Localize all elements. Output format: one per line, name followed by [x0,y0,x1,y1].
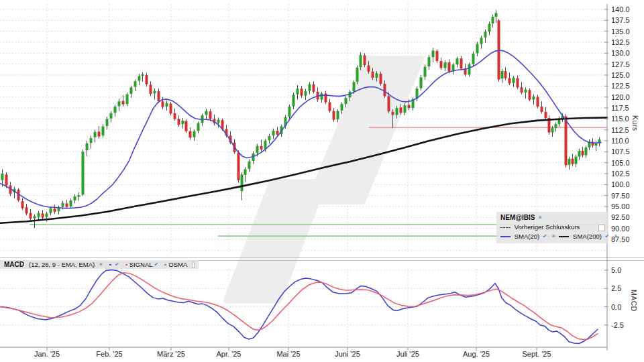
price-tick-label: 112.5 [611,126,629,134]
stock-chart-widget: { "axes": {"price_axis_title": "Kurs", "… [0,0,644,362]
price-tick-label: 130.0 [611,49,630,57]
price-tick-label: 127.5 [611,60,630,68]
price-tick-label: 117.5 [611,104,629,112]
price-chart-legend: NEM@IBIS ✳ Vorheriger Schlusskurs SMA(20… [496,212,608,243]
prev-close-label: Vorheriger Schlusskurs [515,223,580,231]
settings-icon[interactable]: ✳ [538,215,543,221]
gridlines [0,4,607,347]
sma20-line-sample [500,236,511,237]
month-tick-label: Mai '25 [276,350,300,358]
sma20-settings-icon[interactable]: ✳ [551,233,556,239]
legend-row-sma: SMA(20) ✔ ✳ SMA(200) ✔ ✳ [500,232,608,241]
legend-row-instrument: NEM@IBIS ✳ [500,213,608,223]
macd-tick-label: -2.5 [611,321,624,329]
macd-tick-label: 5.0 [611,266,621,274]
sma20-label: SMA(20) [515,233,539,240]
osma-checkbox[interactable] [192,261,195,268]
osma-line-sample [164,264,166,265]
signal-check-icon[interactable]: ✔ [154,261,159,267]
price-tick-label: 122.5 [611,82,630,90]
signal-line [0,273,598,340]
prev-close-line-sample [500,227,511,228]
sma200-line-sample [559,236,569,237]
price-tick-label: 137.5 [611,16,630,24]
macd-settings-icon[interactable]: ✳ [99,261,103,267]
legend-row-prev-close: Vorheriger Schlusskurs [500,223,608,232]
macd-params: (12, 26, 9 - EMA, EMA) [29,261,95,268]
price-tick-label: 102.5 [611,170,630,178]
sma20-check-icon[interactable]: ✔ [543,233,547,239]
macd-tick-label: 2.5 [611,284,621,292]
osma-label: OSMA [168,261,187,268]
sma200-settings-icon[interactable]: ✳ [614,233,619,239]
macd-tick-label: 0.0 [611,303,621,311]
month-tick-label: Feb. '25 [96,350,122,358]
price-tick-label: 100.0 [611,180,630,188]
price-tick-label: 107.5 [611,147,630,156]
price-tick-label: 120.0 [611,93,630,101]
price-tick-label: 125.0 [611,71,630,79]
month-tick-label: Apr. '25 [217,350,241,358]
macd-line-sample [109,264,111,265]
macd-title: MACD [4,261,24,268]
month-tick-label: Juli '25 [396,350,419,358]
signal-line-sample [125,264,127,265]
price-tick-label: 105.0 [611,159,630,167]
price-tick-label: 90.00 [611,225,630,233]
price-tick-label: 92.50 [611,213,630,221]
month-tick-label: Juni '25 [335,350,360,358]
instrument-name: NEM@IBIS [500,214,535,221]
sma200-label: SMA(200) [573,233,602,240]
prev-close-checkbox[interactable] [598,225,605,231]
price-tick-label: 140.0 [611,5,630,13]
month-tick-label: März '25 [157,350,185,358]
month-tick-label: Aug. '25 [463,350,490,358]
price-tick-label: 110.0 [611,137,629,145]
sma200-check-icon[interactable]: ✔ [605,233,610,239]
month-tick-label: Jan. '25 [34,350,60,358]
macd-axis-label: MACD [630,290,638,312]
kurs-axis-label: Kurs [631,115,639,131]
macd-legend-bar: MACD (12, 26, 9 - EMA, EMA) ✳ ✔ SIGNAL ✔… [0,260,199,269]
price-tick-label: 95.00 [611,202,630,210]
price-tick-label: 97.50 [611,192,630,200]
signal-label: SIGNAL [129,261,153,268]
macd-check-icon[interactable]: ✔ [115,261,119,267]
price-tick-label: 135.0 [611,27,630,36]
price-tick-label: 115.0 [611,115,629,123]
month-tick-label: Sept. '25 [522,350,551,358]
price-tick-label: 132.5 [611,38,630,46]
stock-chart-canvas[interactable]: 140.0137.5135.0132.5130.0127.5125.0122.5… [0,0,644,362]
